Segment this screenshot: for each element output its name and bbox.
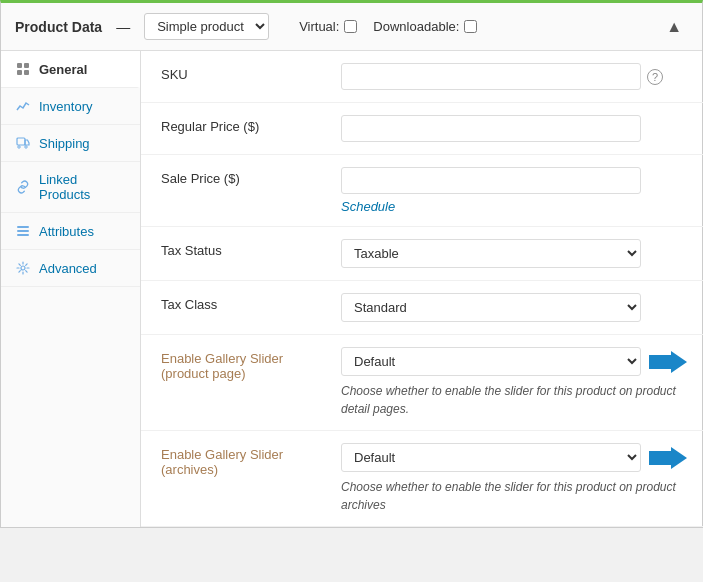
sidebar-item-attributes[interactable]: Attributes [1,213,140,250]
tax-status-select[interactable]: Taxable Shipping only None [341,239,641,268]
truck-icon [15,135,31,151]
svg-marker-12 [649,447,687,469]
gallery-slider-product-select-wrap: Default Yes No [341,347,641,376]
sidebar-item-label: Shipping [39,136,90,151]
tax-class-input-wrap: Standard Reduced rate Zero rate [341,293,687,322]
header-options: Virtual: Downloadable: [299,19,477,34]
gallery-slider-archives-desc: Choose whether to enable the slider for … [341,478,681,514]
chart-icon [15,98,31,114]
panel-body: General Inventory [1,51,702,527]
sidebar-item-label: Inventory [39,99,92,114]
gallery-slider-archives-arrow [649,447,687,469]
sidebar-item-label: Attributes [39,224,94,239]
regular-price-label: Regular Price ($) [161,115,321,134]
link-icon [15,179,31,195]
sku-input[interactable] [341,63,641,90]
sidebar-item-label: Linked Products [39,172,126,202]
gallery-slider-product-label: Enable Gallery Slider (product page) [161,347,321,381]
sale-price-row: Sale Price ($) Schedule [141,155,703,227]
sidebar: General Inventory [1,51,141,527]
tax-status-input-wrap: Taxable Shipping only None [341,239,687,268]
list-icon [15,223,31,239]
gallery-slider-product-input-wrap: Default Yes No Choose whether to enable … [341,347,687,418]
regular-price-input-wrap: 15 [341,115,687,142]
gallery-slider-archives-select[interactable]: Default Yes No [341,443,641,472]
gallery-slider-archives-label: Enable Gallery Slider (archives) [161,443,321,477]
tax-class-label: Tax Class [161,293,321,312]
sale-price-input-wrap: Schedule [341,167,687,214]
panel-header: Product Data — Simple product Virtual: D… [1,3,702,51]
tax-status-label: Tax Status [161,239,321,258]
svg-point-5 [18,146,20,148]
svg-marker-11 [649,351,687,373]
svg-point-10 [21,266,25,270]
downloadable-option[interactable]: Downloadable: [373,19,477,34]
regular-price-row: Regular Price ($) 15 [141,103,703,155]
svg-rect-9 [17,234,29,236]
virtual-label: Virtual: [299,19,339,34]
grid-icon [15,61,31,77]
downloadable-label: Downloadable: [373,19,459,34]
sidebar-item-linked-products[interactable]: Linked Products [1,162,140,213]
schedule-link[interactable]: Schedule [341,199,687,214]
product-type-select[interactable]: Simple product [144,13,269,40]
gallery-slider-product-arrow [649,351,687,373]
svg-rect-7 [17,226,29,228]
sidebar-item-label: Advanced [39,261,97,276]
sku-help-icon[interactable]: ? [647,69,663,85]
sidebar-item-general[interactable]: General [1,51,140,88]
sidebar-item-shipping[interactable]: Shipping [1,125,140,162]
svg-rect-0 [17,63,22,68]
svg-rect-4 [17,138,25,145]
gear-icon [15,260,31,276]
panel-title: Product Data [15,19,102,35]
sidebar-item-label: General [39,62,87,77]
sale-price-label: Sale Price ($) [161,167,321,186]
sale-price-input[interactable] [341,167,641,194]
collapse-button[interactable]: ▲ [660,16,688,38]
sku-row: SKU ? [141,51,703,103]
regular-price-input[interactable]: 15 [341,115,641,142]
gallery-slider-archives-row: Enable Gallery Slider (archives) Default… [141,431,703,527]
content-area: SKU ? Regular Price ($) 15 Sale Price ($… [141,51,703,527]
virtual-option[interactable]: Virtual: [299,19,357,34]
gallery-slider-archives-select-wrap: Default Yes No [341,443,641,472]
sidebar-item-inventory[interactable]: Inventory [1,88,140,125]
blue-arrow-icon [649,351,687,373]
svg-rect-3 [24,70,29,75]
svg-rect-1 [24,63,29,68]
gallery-slider-product-select[interactable]: Default Yes No [341,347,641,376]
svg-rect-2 [17,70,22,75]
svg-rect-8 [17,230,29,232]
blue-arrow-archives-icon [649,447,687,469]
virtual-checkbox[interactable] [344,20,357,33]
product-data-panel: Product Data — Simple product Virtual: D… [0,0,703,528]
gallery-slider-product-desc: Choose whether to enable the slider for … [341,382,681,418]
sku-input-wrap: ? [341,63,687,90]
downloadable-checkbox[interactable] [464,20,477,33]
tax-class-select[interactable]: Standard Reduced rate Zero rate [341,293,641,322]
gallery-slider-product-row: Enable Gallery Slider (product page) Def… [141,335,703,431]
sidebar-item-advanced[interactable]: Advanced [1,250,140,287]
tax-class-row: Tax Class Standard Reduced rate Zero rat… [141,281,703,335]
header-dash: — [116,19,130,35]
sku-label: SKU [161,63,321,82]
gallery-slider-archives-input-wrap: Default Yes No Choose whether to enable … [341,443,687,514]
svg-point-6 [25,146,27,148]
tax-status-row: Tax Status Taxable Shipping only None [141,227,703,281]
